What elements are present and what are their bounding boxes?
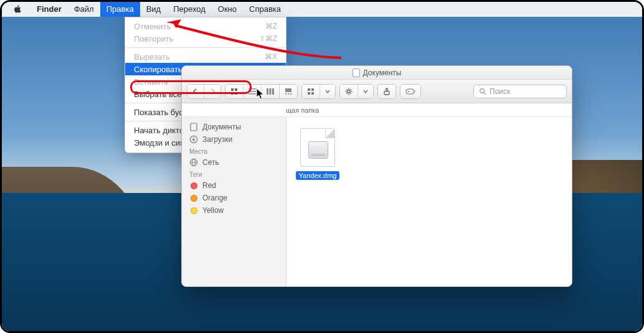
svg-rect-11 [285, 93, 286, 95]
svg-point-29 [480, 88, 485, 93]
tags-button[interactable] [400, 84, 421, 99]
download-icon [189, 135, 198, 144]
share-icon [383, 88, 391, 95]
sidebar-item-documents[interactable]: Документы [182, 121, 286, 133]
svg-rect-2 [231, 92, 234, 95]
dmg-file-icon [300, 128, 335, 167]
finder-window: Документы [181, 65, 572, 287]
forward-button[interactable] [204, 85, 220, 98]
search-icon [479, 88, 486, 95]
svg-point-18 [348, 90, 350, 92]
svg-point-28 [408, 91, 409, 92]
svg-rect-4 [249, 88, 256, 90]
share-button[interactable] [377, 84, 396, 99]
finder-sidebar: Документы Загрузки Места Сеть Теги Red [182, 117, 286, 286]
svg-rect-3 [235, 92, 237, 95]
window-title: Документы [363, 68, 402, 77]
menu-go[interactable]: Переход [167, 2, 212, 17]
svg-line-23 [346, 89, 347, 90]
svg-rect-12 [288, 93, 289, 95]
svg-line-26 [346, 93, 347, 93]
group-by-button[interactable] [301, 84, 336, 99]
svg-rect-31 [191, 123, 197, 131]
sidebar-item-downloads[interactable]: Загрузки [182, 133, 286, 146]
menu-help[interactable]: Справка [243, 2, 287, 17]
svg-rect-8 [270, 88, 272, 95]
tag-icon [405, 88, 415, 95]
svg-rect-13 [290, 93, 291, 95]
menu-item-redo: Повторить⇧⌘Z [125, 32, 286, 45]
svg-rect-7 [267, 88, 268, 95]
file-name-label: Yandex.dmg [296, 171, 340, 180]
svg-line-30 [484, 93, 486, 95]
svg-rect-1 [235, 88, 237, 91]
menu-file[interactable]: Файл [68, 2, 100, 17]
sidebar-tag-orange[interactable]: Orange [182, 192, 286, 204]
view-icons-button[interactable] [225, 85, 243, 98]
svg-rect-6 [249, 93, 256, 95]
svg-rect-5 [249, 91, 256, 92]
action-button[interactable] [339, 84, 374, 99]
svg-rect-9 [272, 88, 274, 95]
svg-rect-10 [285, 88, 291, 92]
svg-rect-15 [311, 88, 314, 91]
sidebar-item-network[interactable]: Сеть [182, 156, 286, 169]
svg-rect-14 [308, 88, 310, 91]
menubar-app-name[interactable]: Finder [31, 2, 68, 17]
gear-icon [345, 88, 353, 95]
tag-dot-icon [191, 195, 197, 202]
file-item[interactable]: Yandex.dmg [295, 128, 340, 181]
menu-item-undo: Отменить⌘Z [125, 20, 286, 32]
menu-window[interactable]: Окно [212, 2, 243, 17]
svg-rect-16 [308, 92, 310, 95]
menu-item-cut: Вырезать⌘X [125, 50, 286, 63]
tag-dot-icon [191, 207, 197, 214]
view-gallery-button[interactable] [279, 85, 297, 98]
finder-toolbar: Поиск [182, 80, 572, 103]
search-field[interactable]: Поиск [473, 85, 567, 98]
svg-rect-17 [311, 92, 314, 95]
apple-logo-icon[interactable] [13, 5, 22, 14]
search-placeholder: Поиск [490, 87, 510, 96]
sidebar-header-places: Места [182, 146, 286, 156]
window-titlebar[interactable]: Документы [182, 66, 572, 80]
path-subheader: щая папка [182, 103, 572, 117]
back-button[interactable] [187, 85, 204, 98]
finder-content[interactable]: Yandex.dmg [286, 117, 572, 286]
sidebar-tag-yellow[interactable]: Yellow [182, 204, 286, 217]
cursor-icon [256, 88, 265, 100]
svg-line-24 [350, 93, 351, 93]
folder-icon [353, 68, 360, 77]
document-icon [189, 123, 198, 131]
nav-buttons [187, 84, 221, 99]
sidebar-header-tags: Теги [182, 169, 286, 179]
svg-line-25 [350, 89, 351, 90]
tag-dot-icon [191, 182, 197, 189]
svg-rect-0 [231, 88, 234, 91]
sidebar-tag-red[interactable]: Red [182, 179, 286, 192]
network-icon [189, 158, 198, 167]
menubar: Finder Файл Правка Вид Переход Окно Спра… [2, 2, 642, 17]
menu-edit[interactable]: Правка [100, 2, 140, 17]
menu-separator [125, 47, 286, 48]
menu-view[interactable]: Вид [140, 2, 168, 17]
